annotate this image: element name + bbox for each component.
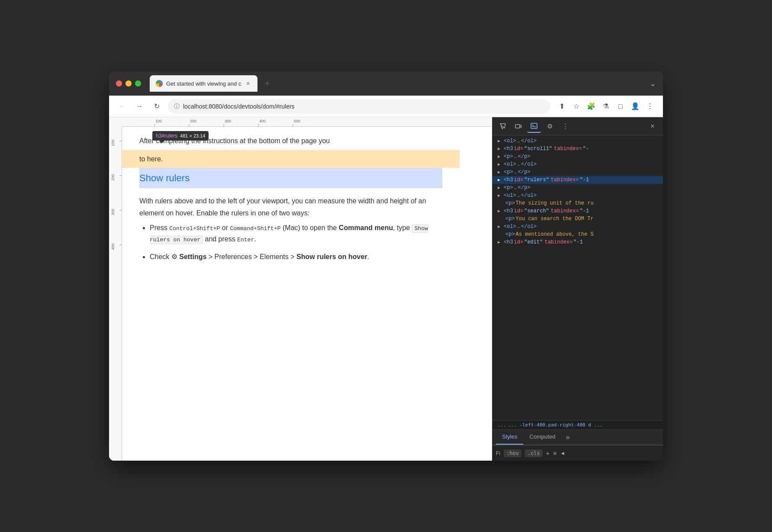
bullet1-kbd1: Control+Shift+P	[169, 225, 220, 232]
bullet1-command-menu: Command menu	[339, 224, 393, 231]
device-toolbar-button[interactable]	[511, 120, 525, 133]
dom-line-p-sizing[interactable]: <p>The sizing unit of the ru	[492, 199, 663, 207]
bullet1-end: and press	[203, 235, 237, 243]
more-tabs-button[interactable]: »	[563, 430, 572, 445]
reading-mode-icon[interactable]: □	[614, 100, 627, 112]
tooltip-size: 481 × 23.14	[180, 133, 205, 138]
back-button[interactable]: ←	[116, 100, 128, 112]
dom-line-h3-search[interactable]: ▶ <h3 id="search" tabindex="-1	[492, 207, 663, 215]
profile-icon[interactable]: 👤	[629, 100, 641, 112]
bullet1-kbd2: Command+Shift+P	[230, 225, 281, 232]
refresh-button[interactable]: ↻	[151, 100, 163, 112]
filter-label: Fi	[496, 450, 500, 456]
tab-bar: Get started with viewing and c × + ⌄	[150, 75, 656, 92]
traffic-lights	[116, 80, 141, 87]
dom-line-p-search[interactable]: <p>You can search the DOM Tr	[492, 215, 663, 223]
page-scroll[interactable]: After completing the instructions at the…	[122, 127, 492, 461]
close-button[interactable]	[116, 80, 122, 87]
plus-icon[interactable]: +	[546, 450, 550, 457]
tab-close-button[interactable]: ×	[244, 80, 251, 87]
dom-triangle: ▶	[498, 146, 503, 151]
bullet1-period: .	[254, 235, 256, 243]
url-text: localhost:8080/docs/devtools/dom/#rulers	[183, 103, 295, 110]
dom-line-p3[interactable]: ▶ <p>…</p>	[492, 184, 663, 192]
ruler-top-svg: 100 200 300 400 500	[122, 117, 492, 126]
dom-triangle: ▶	[498, 208, 503, 214]
dom-triangle: ▶	[498, 154, 503, 159]
dom-line-h3-rulers[interactable]: ▶ <h3 id="rulers" tabindex="-1	[492, 176, 663, 184]
inspect-element-button[interactable]	[496, 120, 510, 133]
dom-tree[interactable]: ▶ <ol>…</ol> ▶ <h3 id="scroll1" tabindex…	[492, 135, 663, 420]
bullet2-prefix: Check	[150, 253, 171, 260]
bullet1-enter: Enter	[237, 237, 254, 243]
security-icon: ⓘ	[174, 103, 180, 110]
dom-triangle: ▶	[498, 162, 503, 167]
bullet1-or: or	[220, 224, 230, 231]
console-button[interactable]	[527, 120, 541, 133]
dom-line-p2[interactable]: ▶ <p>…</p>	[492, 168, 663, 176]
page-content: 100 200 300 400 500	[109, 117, 492, 461]
minimize-button[interactable]	[125, 80, 132, 87]
dom-line-ol3[interactable]: ▶ <ol>…</ol>	[492, 223, 663, 231]
orange-highlight: to here.	[122, 150, 460, 168]
bullet1-mac: (Mac) to open the	[281, 224, 339, 231]
arrow-icon[interactable]: ◄	[560, 450, 565, 456]
bullet2-path: > Preferences > Elements >	[206, 253, 296, 260]
page-body: After completing the instructions at the…	[122, 127, 460, 278]
bookmark-icon[interactable]: ☆	[570, 100, 582, 112]
title-bar: Get started with viewing and c × + ⌄	[109, 71, 663, 96]
styles-tab[interactable]: Styles	[496, 430, 523, 445]
svg-rect-31	[520, 125, 521, 128]
settings-button[interactable]: ⚙	[543, 120, 556, 133]
tab-menu-button[interactable]: ⌄	[650, 79, 656, 88]
more-menu-icon[interactable]: ⋮	[644, 100, 656, 112]
dom-line-ul1[interactable]: ▶ <ul>…</ul>	[492, 192, 663, 199]
forward-button[interactable]: →	[133, 100, 145, 112]
dom-triangle: ▶	[498, 224, 503, 229]
svg-text:400: 400	[259, 119, 266, 123]
more-options-button[interactable]: ⋮	[558, 120, 572, 133]
svg-text:300: 300	[111, 209, 115, 215]
maximize-button[interactable]	[135, 80, 141, 87]
bullet2-highlight: Show rulers on hover	[296, 253, 367, 260]
body-text: With rulers above and to the left of you…	[139, 195, 442, 218]
breadcrumb-active[interactable]: ... -left-400.pad-right-400 d ...	[508, 422, 603, 428]
devtools-toolbar: ⚙ ⋮ ×	[492, 117, 663, 135]
dom-line-p1[interactable]: ▶ <p>…</p>	[492, 153, 663, 160]
ruler-tooltip: h3#rulers 481 × 23.14	[152, 131, 209, 141]
new-tab-button[interactable]: +	[261, 77, 273, 90]
svg-rect-30	[515, 125, 520, 128]
breadcrumb-ellipsis: ...	[498, 422, 506, 428]
ruler-corner	[109, 117, 122, 127]
bullet-item-2: Check ⚙ Settings > Preferences > Element…	[150, 251, 442, 263]
url-bar[interactable]: ⓘ localhost:8080/docs/devtools/dom/#rule…	[168, 99, 550, 114]
lab-icon[interactable]: ⚗	[600, 100, 612, 112]
dom-line-h3-scroll1[interactable]: ▶ <h3 id="scroll1" tabindex="-	[492, 145, 663, 153]
active-tab[interactable]: Get started with viewing and c ×	[150, 75, 257, 92]
svg-text:200: 200	[190, 119, 196, 123]
settings-gear-icon: ⚙	[171, 251, 177, 263]
dom-line-ol1[interactable]: ▶ <ol>…</ol>	[492, 137, 663, 145]
browser-toolbar: ⬆ ☆ 🧩 ⚗ □ 👤 ⋮	[556, 100, 656, 112]
dom-line-h3-edit[interactable]: ▶ <h3 id="edit" tabindex="-1	[492, 238, 663, 246]
browser-window: Get started with viewing and c × + ⌄ ← →…	[109, 71, 663, 461]
section-heading: Show rulers	[139, 170, 442, 186]
ruler-left-svg: 100 200 300 400	[109, 117, 122, 461]
close-devtools-button[interactable]: ×	[646, 120, 659, 133]
blue-highlight: Show rulers	[139, 168, 442, 188]
ruler-top: 100 200 300 400 500	[122, 117, 492, 127]
cls-button[interactable]: .cls	[525, 449, 543, 457]
styles-tabs: Styles Computed »	[492, 430, 663, 445]
svg-text:400: 400	[111, 244, 115, 250]
dom-line-ol2[interactable]: ▶ <ol>…</ol>	[492, 160, 663, 168]
style-icon[interactable]: ≡	[553, 450, 556, 457]
extensions-icon[interactable]: 🧩	[585, 100, 597, 112]
computed-tab[interactable]: Computed	[523, 430, 561, 445]
svg-text:100: 100	[155, 119, 162, 123]
share-icon[interactable]: ⬆	[556, 100, 568, 112]
styles-toolbar: Fi :hov .cls + ≡ ◄	[492, 445, 663, 461]
svg-text:100: 100	[111, 140, 115, 146]
hov-button[interactable]: :hov	[504, 449, 521, 457]
dom-line-p-mentioned[interactable]: <p>As mentioned above, the S	[492, 231, 663, 238]
svg-text:500: 500	[294, 119, 300, 123]
